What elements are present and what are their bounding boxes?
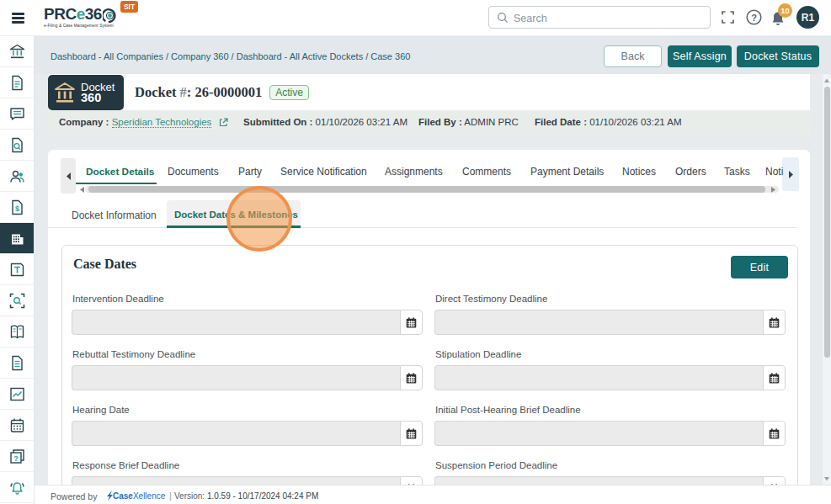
svg-text:?: ? (751, 13, 757, 23)
svg-text:?: ? (13, 454, 19, 462)
svg-text:$: $ (14, 204, 19, 212)
